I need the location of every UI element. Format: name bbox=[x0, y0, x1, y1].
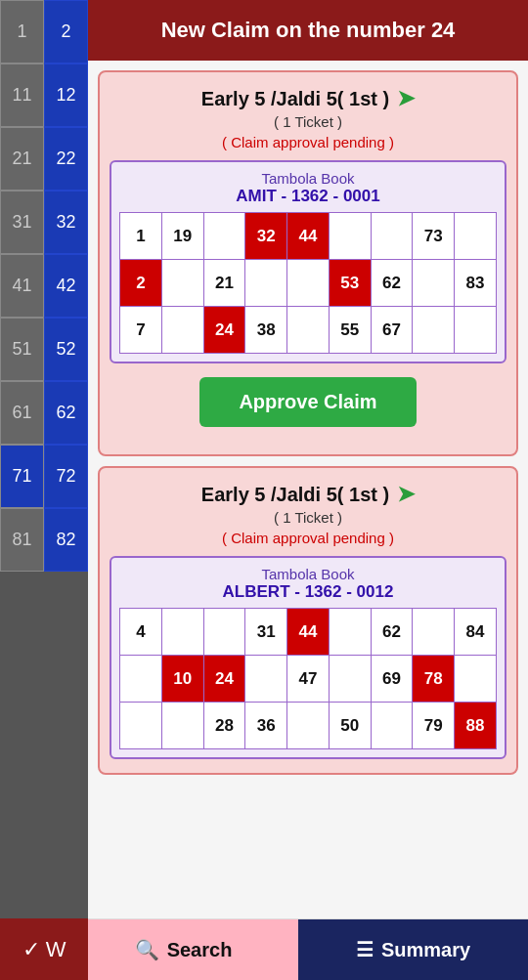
ticket-cell: 69 bbox=[371, 656, 413, 703]
ticket-cell: 4 bbox=[120, 609, 162, 656]
ticket-row-2-2: 10 24 47 69 78 bbox=[120, 656, 497, 703]
share-icon-1[interactable]: ➤ bbox=[397, 86, 415, 111]
tambola-book-label-2: Tambola Book bbox=[119, 566, 497, 582]
sidebar-row-3[interactable]: 21 22 bbox=[0, 127, 88, 191]
ticket-cell bbox=[371, 703, 413, 749]
sidebar-cell-82[interactable]: 82 bbox=[44, 508, 88, 572]
ticket-cell: 44 bbox=[287, 609, 330, 656]
sidebar-cell-41[interactable]: 41 bbox=[0, 254, 44, 318]
ticket-cell: 24 bbox=[203, 307, 245, 354]
claim-subtitle-1: ( 1 Ticket ) bbox=[110, 113, 506, 130]
ticket-cell bbox=[120, 656, 162, 703]
sidebar-row-1[interactable]: 1 2 bbox=[0, 0, 88, 64]
ticket-cell: 19 bbox=[161, 213, 203, 260]
ticket-cell bbox=[413, 609, 455, 656]
ticket-cell: 78 bbox=[413, 656, 455, 703]
ticket-cell bbox=[161, 703, 203, 749]
claim-game-title-1: Early 5 /Jaldi 5( 1st ) bbox=[201, 88, 389, 110]
search-label: Search bbox=[167, 939, 233, 961]
sidebar-row-6[interactable]: 51 52 bbox=[0, 318, 88, 381]
ticket-cell bbox=[329, 609, 371, 656]
sidebar-row-8[interactable]: 71 72 bbox=[0, 445, 88, 508]
ticket-cell bbox=[203, 213, 245, 260]
ticket-cell bbox=[161, 307, 203, 354]
sidebar-cell-21[interactable]: 21 bbox=[0, 127, 44, 191]
sidebar-verify: ✓ W bbox=[0, 918, 88, 980]
ticket-cell: 84 bbox=[455, 609, 497, 656]
ticket-cell bbox=[287, 703, 330, 749]
ticket-row-1-1: 1 19 32 44 73 bbox=[120, 213, 497, 260]
ticket-row-2-3: 28 36 50 79 88 bbox=[120, 703, 497, 749]
share-icon-2[interactable]: ➤ bbox=[397, 482, 415, 507]
sidebar-cell-12[interactable]: 12 bbox=[44, 64, 88, 127]
ticket-cell: 28 bbox=[203, 703, 245, 749]
search-button[interactable]: 🔍 Search bbox=[68, 919, 298, 980]
ticket-cell: 62 bbox=[371, 609, 413, 656]
page-header: New Claim on the number 24 bbox=[88, 0, 528, 61]
claim-pending-1: ( Claim approval pending ) bbox=[110, 134, 506, 150]
sidebar-row-9[interactable]: 81 82 bbox=[0, 508, 88, 572]
ticket-cell bbox=[287, 307, 330, 354]
ticket-cell: 1 bbox=[120, 213, 162, 260]
sidebar-cell-72[interactable]: 72 bbox=[44, 445, 88, 508]
ticket-cell bbox=[161, 260, 203, 307]
sidebar-cell-42[interactable]: 42 bbox=[44, 254, 88, 318]
sidebar-cell-71[interactable]: 71 bbox=[0, 445, 44, 508]
ticket-cell bbox=[413, 307, 455, 354]
tambola-book-label-1: Tambola Book bbox=[119, 170, 497, 187]
ticket-cell bbox=[329, 656, 371, 703]
claim-card-1: Early 5 /Jaldi 5( 1st ) ➤ ( 1 Ticket ) (… bbox=[98, 70, 518, 456]
ticket-cell bbox=[455, 656, 497, 703]
sidebar-row-2[interactable]: 11 12 bbox=[0, 64, 88, 127]
claim-title-1: Early 5 /Jaldi 5( 1st ) ➤ bbox=[110, 86, 506, 111]
ticket-cell: 88 bbox=[455, 703, 497, 749]
claim-pending-2: ( Claim approval pending ) bbox=[110, 530, 506, 546]
summary-label: Summary bbox=[381, 939, 470, 961]
ticket-cell bbox=[329, 213, 371, 260]
ticket-cell: 50 bbox=[329, 703, 371, 749]
claim-subtitle-2: ( 1 Ticket ) bbox=[110, 509, 506, 526]
sidebar-cell-1[interactable]: 1 bbox=[0, 0, 44, 64]
ticket-grid-1: 1 19 32 44 73 2 21 bbox=[119, 212, 497, 354]
ticket-cell bbox=[371, 213, 413, 260]
ticket-cell: 24 bbox=[203, 656, 245, 703]
ticket-cell: 67 bbox=[371, 307, 413, 354]
sidebar-cell-31[interactable]: 31 bbox=[0, 191, 44, 254]
sidebar-cell-32[interactable]: 32 bbox=[44, 191, 88, 254]
ticket-cell bbox=[203, 609, 245, 656]
sidebar-cell-81[interactable]: 81 bbox=[0, 508, 44, 572]
sidebar-row-5[interactable]: 41 42 bbox=[0, 254, 88, 318]
ticket-row-2-1: 4 31 44 62 84 bbox=[120, 609, 497, 656]
sidebar: 1 2 11 12 21 22 31 32 41 42 51 52 61 62 … bbox=[0, 0, 88, 918]
summary-button[interactable]: ☰ Summary bbox=[298, 919, 528, 980]
ticket-cell bbox=[120, 703, 162, 749]
ticket-cell: 83 bbox=[455, 260, 497, 307]
sidebar-row-4[interactable]: 31 32 bbox=[0, 191, 88, 254]
ticket-cell bbox=[161, 609, 203, 656]
tambola-book-1: Tambola Book AMIT - 1362 - 0001 1 19 32 … bbox=[110, 160, 506, 363]
ticket-cell bbox=[455, 213, 497, 260]
tambola-book-2: Tambola Book ALBERT - 1362 - 0012 4 31 4… bbox=[110, 556, 506, 759]
sidebar-cell-61[interactable]: 61 bbox=[0, 381, 44, 445]
sidebar-cell-2[interactable]: 2 bbox=[44, 0, 88, 64]
sidebar-cell-62[interactable]: 62 bbox=[44, 381, 88, 445]
sidebar-row-7[interactable]: 61 62 bbox=[0, 381, 88, 445]
claim-title-2: Early 5 /Jaldi 5( 1st ) ➤ bbox=[110, 482, 506, 507]
sidebar-cell-22[interactable]: 22 bbox=[44, 127, 88, 191]
tambola-book-name-1: AMIT - 1362 - 0001 bbox=[119, 187, 497, 206]
ticket-cell: 10 bbox=[161, 656, 203, 703]
ticket-cell bbox=[287, 260, 330, 307]
ticket-cell: 38 bbox=[245, 307, 287, 354]
sidebar-cell-11[interactable]: 11 bbox=[0, 64, 44, 127]
ticket-cell: 62 bbox=[371, 260, 413, 307]
ticket-cell: 73 bbox=[413, 213, 455, 260]
claim-game-title-2: Early 5 /Jaldi 5( 1st ) bbox=[201, 484, 389, 506]
sidebar-cell-51[interactable]: 51 bbox=[0, 318, 44, 381]
ticket-cell bbox=[455, 307, 497, 354]
tambola-book-name-2: ALBERT - 1362 - 0012 bbox=[119, 582, 497, 602]
ticket-cell: 47 bbox=[287, 656, 330, 703]
sidebar-cell-52[interactable]: 52 bbox=[44, 318, 88, 381]
ticket-row-1-3: 7 24 38 55 67 bbox=[120, 307, 497, 354]
ticket-cell: 7 bbox=[120, 307, 162, 354]
approve-claim-button[interactable]: Approve Claim bbox=[199, 377, 416, 427]
